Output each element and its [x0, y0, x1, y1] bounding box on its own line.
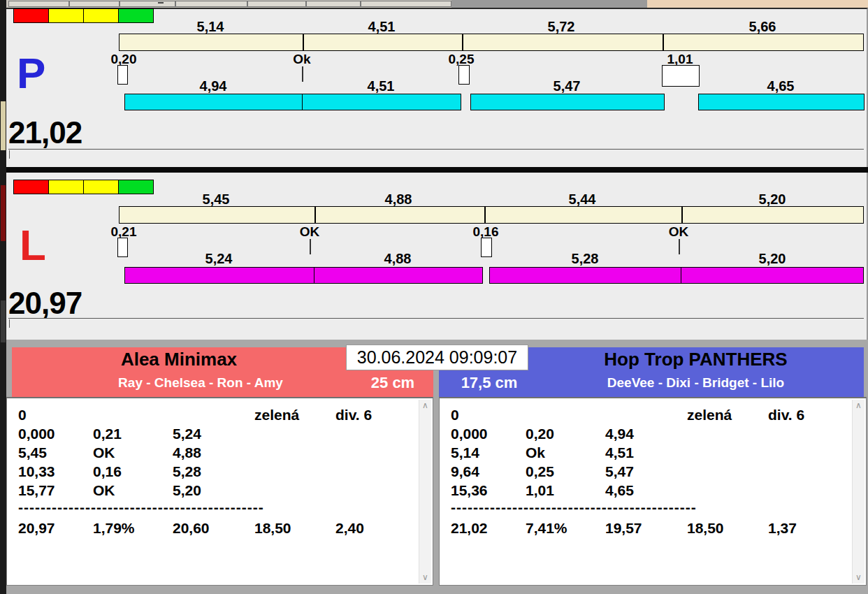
checkpoint-marker-box — [458, 65, 470, 85]
checkpoint-marker-tick — [302, 66, 303, 82]
table-cell: 1,37 — [768, 520, 797, 537]
legend-swatch-yellow — [83, 180, 118, 194]
table-cell: 5,45 — [18, 444, 47, 461]
actual-segment-label: 5,20 — [730, 251, 814, 267]
table-cell: 20,60 — [173, 520, 210, 537]
score-table-right: 0 zelená div. 6 0,000 0,20 4,94 5,14 Ok … — [439, 397, 867, 586]
lane-letter-l: L — [20, 224, 46, 267]
edge-fragment — [1, 101, 6, 150]
team-distance: 17,5 cm — [447, 374, 531, 392]
checkpoint-marker-tick — [679, 239, 680, 254]
app-window: P 5,14 4,51 5,72 5,66 0,20 Ok 0,25 1,01 … — [0, 0, 868, 594]
scroll-up-button[interactable]: ∧ — [853, 400, 865, 412]
table-cell: 5,47 — [605, 463, 634, 480]
top-strip-accent — [647, 0, 868, 8]
target-segment-label: 5,72 — [519, 19, 603, 35]
team-players: Ray - Chelsea - Ron - Amy — [12, 375, 389, 391]
table-separator: ----------------------------------------… — [440, 499, 852, 518]
actual-segment-label: 5,24 — [177, 251, 261, 267]
table-cell: 0,000 — [18, 426, 55, 442]
actual-bar-segment — [489, 267, 681, 284]
table-cell: 0,21 — [93, 426, 122, 442]
status-legend — [13, 8, 154, 23]
score-table-left: 0 zelená div. 6 0,000 0,21 5,24 5,45 OK … — [6, 397, 433, 586]
top-strip-segment — [8, 1, 69, 7]
actual-segment-label: 4,88 — [356, 251, 440, 267]
actual-bar-segment — [124, 267, 314, 284]
table-row: 15,36 1,01 4,65 — [440, 482, 852, 501]
checkpoint-marker-tick — [310, 239, 311, 254]
legend-swatch-yellow — [48, 180, 83, 194]
lane-letter-p: P — [17, 52, 45, 95]
table-cell: 0,25 — [526, 463, 554, 480]
panel-baseline — [8, 149, 864, 150]
scroll-down-button[interactable]: ∨ — [419, 572, 431, 584]
top-strip-dash — [158, 2, 164, 3]
table-cell: 4,65 — [605, 482, 634, 499]
bar-divider — [484, 206, 486, 224]
legend-swatch-yellow — [83, 9, 118, 22]
table-row: 0,000 0,21 5,24 — [7, 426, 419, 444]
actual-segment-label: 4,51 — [339, 78, 423, 94]
table-row: 10,33 0,16 5,28 — [7, 463, 419, 482]
target-segment-label: 5,20 — [730, 191, 814, 208]
table-cell: zelená — [254, 407, 299, 423]
scrollbar[interactable]: ∧ ∨ — [419, 400, 431, 584]
edge-fragment — [1, 185, 6, 241]
table-cell: 1,01 — [526, 482, 554, 499]
table-cell: ----------------------------------------… — [451, 499, 697, 516]
table-row: 9,64 0,25 5,47 — [440, 463, 852, 482]
team-name: Hop Trop PANTHERS — [528, 349, 864, 370]
panel-caret — [9, 319, 10, 328]
legend-swatch-green — [118, 180, 153, 194]
table-cell: Ok — [526, 444, 545, 461]
actual-bar-segment — [124, 94, 303, 110]
checkpoint-marker-box — [481, 238, 492, 257]
window-top-strip — [0, 0, 868, 8]
table-cell: 0,000 — [451, 426, 488, 442]
window-left-edge — [0, 0, 6, 594]
table-row: 5,14 Ok 4,51 — [440, 444, 852, 463]
table-cell: OK — [93, 444, 115, 461]
legend-swatch-red — [14, 9, 48, 22]
table-cell: 4,51 — [605, 444, 634, 461]
checkpoint-label: OK — [268, 224, 352, 240]
table-cell: 10,33 — [18, 463, 55, 480]
checkpoint-marker-box — [117, 238, 128, 257]
table-cell: 20,97 — [18, 520, 55, 537]
legend-swatch-green — [118, 9, 153, 22]
target-bar — [119, 206, 864, 224]
bar-divider — [663, 34, 664, 51]
table-cell: 1,79% — [93, 520, 135, 537]
table-cell: 0 — [451, 407, 459, 423]
table-row: 15,77 OK 5,20 — [7, 482, 419, 501]
target-segment-label: 5,66 — [721, 19, 804, 35]
bar-divider — [681, 206, 683, 224]
actual-bar-segment — [698, 94, 865, 110]
actual-segment-label: 5,47 — [525, 78, 609, 94]
bar-divider — [303, 34, 304, 51]
top-strip-segment — [120, 1, 175, 7]
scrollbar[interactable]: ∧ ∨ — [852, 400, 865, 584]
team-distance: 25 cm — [354, 374, 431, 392]
panel-baseline — [8, 318, 864, 319]
panel-caret — [9, 150, 10, 159]
scroll-down-button[interactable]: ∨ — [853, 572, 865, 584]
scroll-up-button[interactable]: ∧ — [419, 400, 431, 412]
actual-segment-label: 4,94 — [171, 78, 255, 94]
status-legend — [13, 180, 154, 194]
actual-bar-segment — [681, 267, 864, 284]
target-segment-label: 4,88 — [356, 191, 440, 208]
summary-row: 21,02 7,41% 19,57 18,50 1,37 — [440, 520, 852, 539]
legend-swatch-yellow — [48, 9, 83, 22]
table-cell: 7,41% — [526, 520, 567, 537]
table-cell: 15,77 — [18, 482, 55, 499]
actual-segment-label: 5,28 — [543, 251, 627, 267]
table-cell: 5,14 — [451, 444, 479, 461]
table-cell: 0 — [18, 407, 27, 423]
table-cell: 4,94 — [605, 426, 634, 442]
panel-total: 20,97 — [8, 288, 82, 319]
table-cell: 0,16 — [93, 463, 122, 480]
table-cell: 15,36 — [451, 482, 488, 499]
top-strip-segment — [361, 1, 451, 7]
